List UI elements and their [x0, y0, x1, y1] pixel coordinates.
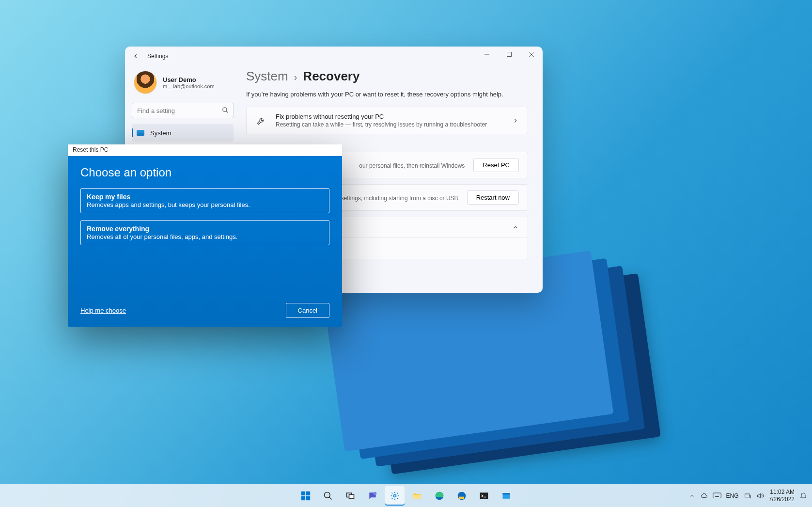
restart-now-button[interactable]: Restart now — [467, 190, 519, 205]
svg-rect-16 — [414, 495, 421, 499]
close-button[interactable] — [520, 47, 543, 62]
taskbar: ENG 11:02 AM 7/26/2022 — [0, 484, 812, 507]
svg-rect-29 — [745, 494, 749, 497]
svg-rect-13 — [349, 494, 354, 498]
svg-point-15 — [394, 494, 396, 497]
help-me-choose-link[interactable]: Help me choose — [80, 307, 126, 314]
option-remove-everything[interactable]: Remove everything Removes all of your pe… — [80, 220, 329, 245]
maximize-button[interactable] — [498, 47, 520, 62]
avatar — [134, 71, 157, 94]
svg-rect-9 — [306, 496, 310, 500]
profile-block[interactable]: User Demo m__lab@outlook.com — [132, 69, 234, 101]
svg-rect-20 — [480, 492, 488, 499]
svg-line-11 — [329, 497, 332, 499]
start-button[interactable] — [296, 486, 315, 506]
notifications-icon[interactable] — [799, 492, 807, 500]
cancel-button[interactable]: Cancel — [286, 303, 329, 318]
chat-button[interactable] — [363, 486, 382, 506]
reset-pc-dialog: Reset this PC Choose an option Keep my f… — [68, 144, 342, 327]
chevron-up-icon — [512, 224, 519, 231]
chevron-right-icon: › — [294, 72, 297, 83]
volume-icon[interactable] — [756, 492, 764, 500]
svg-line-5 — [226, 111, 228, 113]
svg-rect-22 — [503, 493, 510, 494]
minimize-button[interactable] — [476, 47, 498, 62]
task-view-button[interactable] — [341, 486, 360, 506]
taskbar-app-terminal[interactable] — [474, 486, 494, 506]
clock[interactable]: 11:02 AM 7/26/2022 — [769, 489, 795, 503]
profile-email: m__lab@outlook.com — [163, 83, 215, 89]
search-icon — [222, 107, 229, 113]
breadcrumb-root[interactable]: System — [246, 69, 288, 84]
card-troubleshooter[interactable]: Fix problems without resetting your PC R… — [246, 107, 528, 134]
card-title: Fix problems without resetting your PC — [276, 113, 503, 120]
taskbar-app-explorer[interactable] — [407, 486, 427, 506]
svg-rect-7 — [306, 491, 310, 495]
wrench-icon — [255, 116, 267, 126]
taskbar-app-generic[interactable] — [497, 486, 516, 506]
tray-chevron-icon[interactable] — [689, 493, 695, 499]
svg-rect-1 — [507, 52, 512, 57]
intro-text: If you're having problems with your PC o… — [246, 91, 528, 98]
taskbar-app-edge-canary[interactable] — [452, 486, 471, 506]
svg-rect-6 — [301, 491, 305, 495]
reset-pc-button[interactable]: Reset PC — [473, 158, 519, 172]
app-title: Settings — [147, 53, 168, 60]
sidebar-item-label: System — [150, 129, 171, 137]
svg-point-4 — [223, 108, 227, 111]
dialog-title[interactable]: Reset this PC — [68, 144, 342, 156]
onedrive-icon[interactable] — [700, 492, 708, 500]
system-icon — [137, 130, 144, 136]
profile-name: User Demo — [163, 76, 215, 83]
dialog-heading: Choose an option — [80, 166, 329, 179]
chevron-right-icon — [512, 117, 519, 124]
taskbar-app-edge[interactable] — [430, 486, 449, 506]
option-desc: Removes all of your personal files, apps… — [87, 233, 323, 240]
time-text: 11:02 AM — [769, 489, 795, 495]
back-button[interactable] — [132, 52, 140, 60]
svg-rect-8 — [301, 496, 305, 500]
search-button[interactable] — [318, 486, 338, 506]
svg-rect-23 — [713, 493, 721, 498]
svg-point-14 — [374, 491, 377, 495]
network-icon[interactable] — [744, 492, 751, 500]
svg-rect-19 — [459, 496, 464, 499]
option-title: Remove everything — [87, 225, 323, 233]
titlebar[interactable]: Settings — [125, 47, 543, 66]
date-text: 7/26/2022 — [769, 496, 795, 503]
svg-point-10 — [325, 492, 330, 498]
search-input[interactable] — [132, 103, 234, 118]
option-desc: Removes apps and settings, but keeps you… — [87, 201, 323, 208]
taskbar-app-settings[interactable] — [385, 486, 405, 506]
option-title: Keep my files — [87, 193, 323, 201]
page-title: Recovery — [303, 69, 359, 84]
option-keep-my-files[interactable]: Keep my files Removes apps and settings,… — [80, 188, 329, 213]
card-desc: Resetting can take a while — first, try … — [276, 121, 503, 128]
language-indicator[interactable]: ENG — [726, 492, 739, 499]
breadcrumb: System › Recovery — [246, 69, 528, 84]
keyboard-icon[interactable] — [713, 492, 721, 499]
sidebar-item-system[interactable]: System — [132, 124, 234, 142]
